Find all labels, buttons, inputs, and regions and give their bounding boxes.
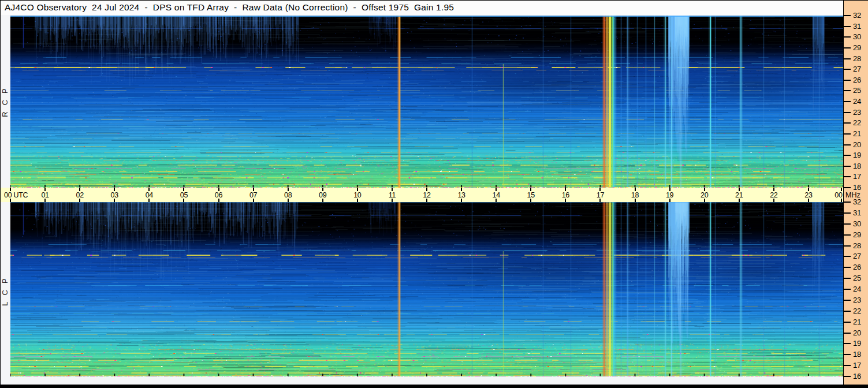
- freq-label: 27: [853, 252, 861, 260]
- freq-tick: [844, 47, 851, 48]
- hour-label: 20: [701, 191, 708, 199]
- freq-tick: [844, 15, 851, 16]
- freq-tick: [844, 101, 851, 102]
- hour-tick: [253, 199, 254, 202]
- freq-label: 28: [853, 241, 861, 250]
- freq-tick: [844, 112, 851, 113]
- hour-tick: [841, 188, 842, 191]
- freq-tick: [844, 234, 851, 236]
- hour-tick: [739, 199, 740, 202]
- freq-label: 24: [853, 285, 861, 293]
- hour-tick: [669, 199, 670, 202]
- freq-label: 22: [853, 118, 861, 127]
- hour-label: 07: [249, 191, 257, 199]
- freq-label: 32: [853, 197, 861, 206]
- hour-label: 18: [631, 191, 639, 199]
- hour-tick: [357, 199, 358, 202]
- freq-label: 29: [853, 43, 861, 52]
- spectrograph-window: AJ4CO Observatory 24 Jul 2024 - DPS on T…: [0, 0, 868, 388]
- freq-label: 23: [853, 296, 861, 304]
- freq-tick: [844, 289, 851, 290]
- hour-label: 03: [111, 191, 118, 199]
- panel-label-lcp-text: LCP: [1, 272, 9, 305]
- hour-label: 21: [735, 191, 743, 199]
- hour-tick: [79, 199, 80, 202]
- freq-tick: [844, 278, 851, 279]
- hour-label: 02: [76, 191, 84, 199]
- panel-label-rcp: RCP: [0, 65, 10, 134]
- hour-tick: [635, 199, 636, 202]
- hour-tick: [44, 199, 46, 202]
- freq-label: 25: [853, 274, 861, 282]
- freq-tick: [844, 26, 851, 27]
- freq-tick: [844, 267, 851, 268]
- hour-tick: [773, 199, 774, 202]
- freq-tick: [844, 80, 851, 81]
- hour-tick: [530, 199, 531, 202]
- freq-tick: [844, 90, 851, 91]
- freq-label: 18: [853, 162, 861, 170]
- spectrogram-rcp: [10, 16, 843, 188]
- hour-label: 15: [527, 191, 535, 199]
- panel-label-lcp: LCP: [0, 254, 10, 323]
- freq-tick: [844, 69, 851, 70]
- hour-label: 12: [423, 191, 430, 199]
- freq-label: 25: [853, 86, 861, 95]
- freq-label: 17: [853, 361, 861, 370]
- freq-tick: [844, 333, 851, 334]
- freq-tick: [844, 133, 851, 135]
- freq-tick: [844, 155, 851, 156]
- freq-tick: [844, 300, 851, 301]
- freq-label: 22: [853, 307, 861, 315]
- freq-label: 16: [853, 372, 861, 380]
- freq-label: 16: [853, 183, 861, 192]
- hour-label: 23: [804, 191, 812, 199]
- freq-tick: [844, 58, 851, 59]
- freq-label: 20: [853, 329, 861, 337]
- freq-label: 17: [853, 172, 861, 181]
- freq-label: 18: [853, 350, 861, 359]
- freq-label: 29: [853, 230, 861, 239]
- freq-label: 21: [853, 129, 861, 138]
- freq-tick: [844, 36, 851, 38]
- freq-label: 30: [853, 32, 861, 41]
- freq-label: 21: [853, 318, 861, 326]
- hour-label: 01: [41, 191, 49, 199]
- hour-label: 10: [353, 191, 361, 199]
- hour-tick: [183, 199, 184, 202]
- freq-label: 26: [853, 76, 861, 84]
- hour-tick: [114, 199, 115, 202]
- freq-tick: [844, 202, 851, 203]
- freq-label: 20: [853, 140, 861, 149]
- hour-label: 11: [389, 191, 396, 199]
- freq-tick: [844, 311, 851, 312]
- hour-label: 14: [493, 191, 500, 199]
- hour-label: 13: [457, 191, 465, 199]
- hour-tick: [496, 199, 497, 202]
- hour-label: 08: [284, 191, 292, 199]
- freq-label: 19: [853, 339, 861, 348]
- hour-tick: [426, 199, 427, 202]
- hour-label: 16: [562, 191, 569, 199]
- freq-label: 19: [853, 151, 861, 159]
- hour-tick: [565, 199, 566, 202]
- hour-tick: [288, 199, 289, 202]
- freq-label: 27: [853, 65, 861, 73]
- freq-label: 31: [853, 208, 861, 217]
- freq-tick: [844, 212, 851, 214]
- hour-label: 09: [319, 191, 326, 199]
- hour-tick: [322, 199, 323, 202]
- freq-tick: [844, 365, 851, 366]
- hour-tick: [704, 199, 705, 202]
- hour-tick: [10, 199, 11, 202]
- hour-label: 19: [666, 191, 673, 199]
- hour-label: 22: [770, 191, 777, 199]
- hour-label: 06: [215, 191, 222, 199]
- title-bar: AJ4CO Observatory 24 Jul 2024 - DPS on T…: [1, 1, 843, 15]
- freq-label: 32: [853, 11, 861, 20]
- freq-label: 23: [853, 108, 861, 117]
- freq-tick: [844, 322, 851, 323]
- time-axis: 00 UTC 00 010203040506070809101112131415…: [1, 188, 843, 202]
- freq-label: 30: [853, 219, 861, 228]
- freq-tick: [844, 223, 851, 225]
